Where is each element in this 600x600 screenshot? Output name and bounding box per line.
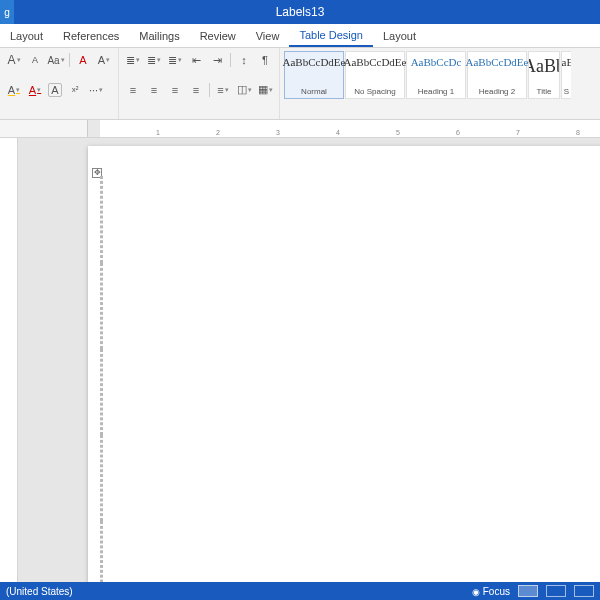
- focus-mode-button[interactable]: Focus: [472, 586, 510, 597]
- tab-view[interactable]: View: [246, 24, 290, 47]
- borders-button[interactable]: ▦: [257, 82, 273, 98]
- ruler-mark: 1: [156, 129, 160, 136]
- app-badge: g: [0, 0, 14, 24]
- web-layout-button[interactable]: [574, 585, 594, 597]
- ruler-margin: [0, 120, 88, 137]
- shading-button[interactable]: ◫: [236, 82, 252, 98]
- ruler-mark: 4: [336, 129, 340, 136]
- ruler-mark: 5: [396, 129, 400, 136]
- tab-review[interactable]: Review: [190, 24, 246, 47]
- style-preview: AaBb: [561, 56, 571, 68]
- text-effects-button[interactable]: A: [96, 52, 112, 68]
- style-heading2[interactable]: AaBbCcDdEe Heading 2: [467, 51, 527, 99]
- document-viewport: ✥: [0, 138, 600, 582]
- tab-table-layout[interactable]: Layout: [373, 24, 426, 47]
- read-mode-button[interactable]: [518, 585, 538, 597]
- style-preview: AaBb: [528, 56, 560, 77]
- style-preview: AaBbCcDdEe: [466, 56, 529, 68]
- line-spacing-button[interactable]: ≡: [215, 82, 231, 98]
- align-left-button[interactable]: ≡: [125, 82, 141, 98]
- page[interactable]: ✥: [88, 146, 600, 582]
- ruler-mark: 3: [276, 129, 280, 136]
- separator: [230, 53, 231, 67]
- style-heading1[interactable]: AaBbCcDc Heading 1: [406, 51, 466, 99]
- ruler-shade-left: [88, 120, 100, 137]
- ribbon: A A Aa A A A A A x² ··· ≣ ≣ ≣ ⇤ ⇥ ↕ ¶ ≡: [0, 48, 600, 120]
- tab-references[interactable]: References: [53, 24, 129, 47]
- ribbon-tabs: Layout References Mailings Review View T…: [0, 24, 600, 48]
- label-table[interactable]: [100, 176, 103, 582]
- align-justify-button[interactable]: ≡: [188, 82, 204, 98]
- title-bar: g Labels13: [0, 0, 600, 24]
- ruler-mark: 6: [456, 129, 460, 136]
- bullets-button[interactable]: ≣: [125, 52, 141, 68]
- align-right-button[interactable]: ≡: [167, 82, 183, 98]
- print-layout-button[interactable]: [546, 585, 566, 597]
- style-title[interactable]: AaBb Title: [528, 51, 560, 99]
- label-cell[interactable]: [102, 521, 103, 583]
- status-bar: (United States) Focus: [0, 582, 600, 600]
- ruler-mark: 7: [516, 129, 520, 136]
- ruler-mark: 8: [576, 129, 580, 136]
- horizontal-ruler[interactable]: 1 2 3 4 5 6 7 8: [0, 120, 600, 138]
- focus-label: Focus: [483, 586, 510, 597]
- style-label: S: [564, 87, 569, 96]
- tab-table-design[interactable]: Table Design: [289, 24, 373, 47]
- font-color-button[interactable]: A: [27, 82, 43, 98]
- tab-mailings[interactable]: Mailings: [129, 24, 189, 47]
- char-border-button[interactable]: A: [48, 83, 62, 97]
- separator: [209, 83, 210, 97]
- table-row: [101, 263, 103, 349]
- show-marks-button[interactable]: ¶: [257, 52, 273, 68]
- document-title: Labels13: [276, 5, 325, 19]
- style-label: Heading 1: [418, 87, 454, 96]
- style-preview: AaBbCcDdEe: [283, 56, 346, 68]
- numbering-button[interactable]: ≣: [146, 52, 162, 68]
- highlight-button[interactable]: A: [6, 82, 22, 98]
- label-cell[interactable]: [102, 177, 103, 263]
- table-row: [101, 177, 103, 263]
- style-preview: AaBbCcDdEe: [344, 56, 407, 68]
- shrink-font-button[interactable]: A: [27, 52, 43, 68]
- styles-gallery: AaBbCcDdEe Normal AaBbCcDdEe No Spacing …: [280, 48, 575, 119]
- focus-icon: [472, 586, 480, 597]
- language-status[interactable]: (United States): [6, 586, 73, 597]
- style-normal[interactable]: AaBbCcDdEe Normal: [284, 51, 344, 99]
- decrease-indent-button[interactable]: ⇤: [188, 52, 204, 68]
- align-center-button[interactable]: ≡: [146, 82, 162, 98]
- style-label: Normal: [301, 87, 327, 96]
- tab-layout[interactable]: Layout: [0, 24, 53, 47]
- style-preview: AaBbCcDc: [411, 56, 462, 68]
- label-cell[interactable]: [102, 435, 103, 521]
- ruler-ticks: 1 2 3 4 5 6 7 8: [88, 120, 600, 137]
- sort-button[interactable]: ↕: [236, 52, 252, 68]
- more-font-button[interactable]: ···: [88, 82, 104, 98]
- style-no-spacing[interactable]: AaBbCcDdEe No Spacing: [345, 51, 405, 99]
- paragraph-group: ≣ ≣ ≣ ⇤ ⇥ ↕ ¶ ≡ ≡ ≡ ≡ ≡ ◫ ▦: [119, 48, 280, 119]
- style-subtitle[interactable]: AaBb S: [561, 51, 571, 99]
- font-group: A A Aa A A A A A x² ···: [0, 48, 119, 119]
- change-case-button[interactable]: Aa: [48, 52, 64, 68]
- super-sub-button[interactable]: x²: [67, 82, 83, 98]
- grow-font-button[interactable]: A: [6, 52, 22, 68]
- separator: [69, 53, 70, 67]
- table-row: [101, 349, 103, 435]
- label-cell[interactable]: [102, 349, 103, 435]
- table-row: [101, 521, 103, 583]
- label-cell[interactable]: [102, 263, 103, 349]
- ruler-mark: 2: [216, 129, 220, 136]
- vertical-ruler[interactable]: [0, 138, 18, 582]
- style-label: Title: [537, 87, 552, 96]
- clear-format-button[interactable]: A: [75, 52, 91, 68]
- table-row: [101, 435, 103, 521]
- increase-indent-button[interactable]: ⇥: [209, 52, 225, 68]
- multilevel-button[interactable]: ≣: [167, 52, 183, 68]
- style-label: No Spacing: [354, 87, 395, 96]
- style-label: Heading 2: [479, 87, 515, 96]
